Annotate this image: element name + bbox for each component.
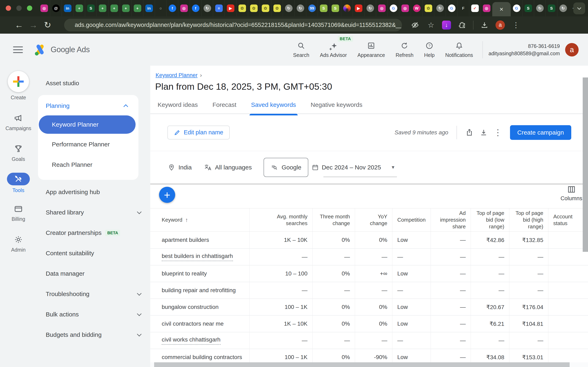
browser-tab-wordpress-pink[interactable]: W: [411, 0, 423, 16]
table-row[interactable]: best builders in chhattisgarh———————: [150, 248, 588, 265]
ads-advisor-button[interactable]: BETA Ads Advisor: [315, 41, 352, 58]
rail-item-tools[interactable]: Tools: [7, 173, 30, 193]
nav-item-content-suitability[interactable]: Content suitability: [37, 243, 150, 263]
table-row[interactable]: civil works chhattisgarh———————: [150, 332, 588, 349]
browser-tab-leaf[interactable]: ✿: [259, 0, 271, 16]
window-minimize-button[interactable]: [16, 6, 22, 11]
tab-negative-keywords[interactable]: Negative keywords: [311, 101, 362, 114]
network-filter[interactable]: Google: [264, 158, 308, 177]
rail-item-billing[interactable]: Billing: [12, 204, 25, 222]
rail-item-goals[interactable]: Goals: [12, 144, 25, 162]
extensions-puzzle-icon[interactable]: [457, 20, 467, 30]
downloads-button[interactable]: [480, 20, 489, 30]
browser-tab-s-app[interactable]: S: [545, 0, 557, 16]
column-header-top-of-page-bid-high-range[interactable]: Top of page bid (high range): [509, 208, 548, 231]
browser-tab-threads[interactable]: @: [50, 0, 62, 16]
bookmark-star-icon[interactable]: ☆: [426, 20, 436, 30]
browser-tab-google-sheets[interactable]: +: [120, 0, 131, 16]
table-row[interactable]: building repair and retrofitting———————: [150, 282, 588, 299]
window-close-button[interactable]: [6, 6, 11, 11]
browser-tab-google[interactable]: G: [511, 0, 522, 16]
browser-tab-leaf[interactable]: ✿: [271, 0, 283, 16]
browser-tab-google[interactable]: G: [446, 0, 457, 16]
tab-search-button[interactable]: [573, 2, 585, 14]
extension-icon-downloader[interactable]: ↓: [442, 21, 451, 30]
browser-tab-shopify[interactable]: S: [318, 0, 329, 16]
browser-tab-instagram[interactable]: ◎: [376, 0, 388, 16]
create-campaign-button[interactable]: Create campaign: [510, 125, 571, 140]
edit-plan-name-button[interactable]: Edit plan name: [167, 125, 230, 140]
browser-tab-instagram[interactable]: ◎: [38, 0, 50, 16]
browser-tab-google-sheets[interactable]: +: [73, 0, 85, 16]
browser-tab-google-sheets[interactable]: +: [131, 0, 143, 16]
column-header-avg-monthly-searches[interactable]: Avg. monthly searches: [250, 208, 312, 231]
browser-tab-active-tab[interactable]: ×: [492, 2, 511, 16]
browser-tab-instagram[interactable]: ◎: [481, 0, 492, 16]
appearance-button[interactable]: Appearance: [352, 41, 390, 58]
avatar[interactable]: a: [565, 43, 579, 57]
browser-profile-button[interactable]: a: [495, 20, 505, 30]
browser-tab-leaf[interactable]: ✿: [236, 0, 248, 16]
tab-keyword-ideas[interactable]: Keyword ideas: [158, 101, 198, 114]
nav-item-asset-studio[interactable]: Asset studio: [37, 73, 150, 93]
create-button[interactable]: Create: [8, 71, 29, 100]
columns-button[interactable]: Columns: [561, 185, 582, 202]
nav-item-shared-library[interactable]: Shared library: [37, 202, 150, 223]
nav-item-keyword-planner[interactable]: Keyword Planner: [39, 115, 136, 134]
tracking-protection-icon[interactable]: [410, 20, 420, 30]
nav-item-data-manager[interactable]: Data manager: [37, 263, 150, 284]
browser-tab-linkedin[interactable]: in: [62, 0, 73, 16]
address-bar[interactable]: ads.google.com/aw/keywordplanner/plan/ke…: [64, 19, 402, 31]
browser-tab-leaf[interactable]: ✿: [248, 0, 259, 16]
window-zoom-button[interactable]: [27, 6, 32, 11]
more-options-button[interactable]: ⋮: [491, 125, 505, 140]
column-header-yoy-change[interactable]: YoY change: [355, 208, 392, 231]
column-header-keyword[interactable]: Keyword↑: [150, 208, 250, 231]
table-row[interactable]: bungalow construction100 – 1K0%0%Low—₹20…: [150, 299, 588, 315]
date-range-filter[interactable]: Dec 2024 – Nov 2025 ▼: [311, 164, 395, 171]
add-keywords-fab[interactable]: +: [159, 187, 175, 203]
browser-tab-globe[interactable]: ↻: [201, 0, 213, 16]
browser-tab-google-sheets[interactable]: +: [108, 0, 120, 16]
search-button[interactable]: Search: [288, 41, 315, 58]
browser-menu-button[interactable]: ⋮: [511, 20, 521, 30]
location-filter[interactable]: India: [168, 164, 192, 171]
main-menu-button[interactable]: [13, 47, 23, 53]
table-row[interactable]: apartment builders1K – 10K0%0%Low—₹42.86…: [150, 232, 588, 248]
vertical-scrollbar-thumb[interactable]: [583, 77, 588, 252]
browser-tab-globe[interactable]: ↻: [294, 0, 306, 16]
nav-item-bulk-actions[interactable]: Bulk actions: [37, 304, 150, 325]
table-row[interactable]: blueprint to reality10 – 1000%+∞Low———: [150, 265, 588, 282]
browser-tab-s-app[interactable]: S: [85, 0, 96, 16]
refresh-button[interactable]: Refresh: [390, 41, 419, 58]
share-button[interactable]: [462, 125, 476, 140]
browser-tab-shopify[interactable]: S: [329, 0, 341, 16]
browser-tab-badge-99[interactable]: 99: [306, 0, 318, 16]
browser-tab-facebook[interactable]: f: [166, 0, 178, 16]
tab-forecast[interactable]: Forecast: [213, 101, 236, 114]
nav-item-planning[interactable]: Planning: [38, 99, 138, 113]
tab-saved-keywords[interactable]: Saved keywords: [251, 101, 296, 114]
nav-item-troubleshooting[interactable]: Troubleshooting: [37, 284, 150, 304]
browser-tab-instagram[interactable]: ◎: [399, 0, 411, 16]
browser-tab-search-tab[interactable]: ○: [155, 0, 166, 16]
browser-tab-globe[interactable]: ↻: [283, 0, 294, 16]
table-row[interactable]: civil contractors near me1K – 10K0%0%Low…: [150, 315, 588, 332]
language-filter[interactable]: All languages: [204, 164, 252, 171]
browser-tab-globe[interactable]: ↻: [434, 0, 446, 16]
rail-item-admin[interactable]: Admin: [11, 235, 26, 253]
nav-item-performance-planner[interactable]: Performance Planner: [38, 134, 138, 155]
browser-tab-google-docs[interactable]: ≡: [213, 0, 225, 16]
browser-tab-checkmark[interactable]: ✓: [469, 0, 481, 16]
browser-tab-globe[interactable]: ↻: [557, 0, 569, 16]
column-header-account-status[interactable]: Account status: [548, 208, 588, 231]
browser-tab-color-wheel[interactable]: [341, 0, 353, 16]
browser-tab-google[interactable]: G: [388, 0, 399, 16]
browser-tab-globe[interactable]: ↻: [534, 0, 545, 16]
browser-tab-globe[interactable]: ↻: [364, 0, 376, 16]
horizontal-scrollbar-thumb[interactable]: [154, 362, 570, 367]
browser-tab-facebook[interactable]: f: [190, 0, 201, 16]
nav-item-budgets-and-bidding[interactable]: Budgets and bidding: [37, 325, 150, 345]
browser-tab-instagram[interactable]: ◎: [178, 0, 190, 16]
browser-tab-letter-f-tab[interactable]: F: [457, 0, 469, 16]
